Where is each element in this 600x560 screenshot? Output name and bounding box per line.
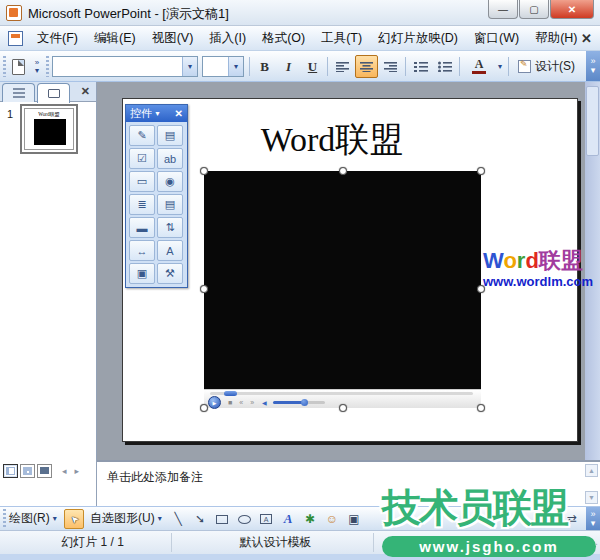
oval-tool-button[interactable] [234, 509, 254, 529]
font-color-button[interactable]: A [464, 55, 494, 78]
font-size-combo[interactable]: ▾ [202, 56, 244, 77]
bulleted-list-button[interactable] [433, 55, 456, 78]
toolbar-grip[interactable] [46, 56, 49, 77]
arrow-tool-button[interactable]: ➘ [190, 509, 210, 529]
chevron-down-icon[interactable]: ▼ [154, 110, 161, 117]
draw-menu-button[interactable]: 绘图(R) ▾ [9, 507, 57, 530]
panel-close-icon[interactable]: ✕ [81, 85, 90, 98]
selection-handle-top-center[interactable] [339, 167, 347, 175]
volume-slider[interactable] [273, 401, 325, 404]
font-color-dropdown[interactable]: ▾ [495, 55, 505, 78]
chevron-down-icon[interactable]: ▾ [228, 57, 243, 76]
toolbar-grip[interactable] [3, 56, 6, 77]
menu-tools[interactable]: 工具(T) [313, 26, 370, 50]
seek-bar[interactable] [210, 392, 473, 395]
toggle-button-control[interactable]: ▬ [129, 217, 155, 238]
menu-window[interactable]: 窗口(W) [466, 26, 527, 50]
align-left-button[interactable] [331, 55, 354, 78]
font-name-combo[interactable]: ▾ [52, 56, 198, 77]
insert-picture-button[interactable]: ▣ [344, 509, 364, 529]
spin-button-control[interactable]: ⇅ [157, 217, 183, 238]
volume-icon[interactable]: ◀ [262, 399, 267, 406]
toolbar-grip[interactable] [3, 509, 6, 528]
selection-handle-top-right[interactable] [477, 167, 485, 175]
label-control-button[interactable]: A [157, 240, 183, 261]
textbox-tool-button[interactable]: A [256, 509, 276, 529]
menu-file[interactable]: 文件(F) [29, 26, 86, 50]
image-control-button[interactable]: ▣ [129, 263, 155, 284]
menu-help[interactable]: 帮助(H) [527, 26, 585, 50]
toolbox-titlebar[interactable]: 控件 ▼ ✕ [126, 105, 187, 122]
selection-handle-bottom-left[interactable] [200, 404, 208, 412]
minimize-button[interactable]: — [488, 0, 518, 19]
close-button[interactable]: ✕ [550, 0, 594, 19]
normal-view-button[interactable] [3, 464, 18, 478]
design-mode-button[interactable]: ✎ [129, 125, 155, 146]
italic-button[interactable]: I [277, 55, 300, 78]
design-template-indicator[interactable]: 默认设计模板 [178, 533, 374, 552]
insert-wordart-button[interactable]: A [278, 509, 298, 529]
line-tool-button[interactable]: ╲ [168, 509, 188, 529]
slide-sorter-view-button[interactable] [20, 464, 35, 478]
bold-button[interactable]: B [253, 55, 276, 78]
selection-handle-bottom-center[interactable] [339, 404, 347, 412]
next-button[interactable]: » [250, 399, 254, 406]
combobox-control-button[interactable]: ▤ [157, 194, 183, 215]
formatting-toolbar-options[interactable]: » ▾ [586, 51, 600, 81]
autoshapes-menu-button[interactable]: 自选图形(U) ▾ [90, 507, 162, 530]
menu-edit[interactable]: 编辑(E) [86, 26, 144, 50]
align-right-button[interactable] [379, 55, 402, 78]
view-buttons: ◂ ▸ [3, 464, 87, 478]
previous-button[interactable]: « [239, 399, 243, 406]
menu-slideshow[interactable]: 幻灯片放映(D) [370, 26, 466, 50]
slide-thumbnail[interactable]: Word联盟 [20, 104, 78, 154]
play-button[interactable]: ▶ [208, 396, 221, 409]
option-button-control[interactable]: ◉ [157, 171, 183, 192]
scroll-left-icon[interactable]: ◂ [62, 466, 67, 476]
panel-scrollbar[interactable]: ◂ ▸ [62, 466, 87, 476]
scroll-up-icon[interactable]: ▲ [585, 464, 598, 477]
new-document-icon [12, 59, 25, 75]
menu-view[interactable]: 视图(V) [144, 26, 202, 50]
menu-insert[interactable]: 插入(I) [201, 26, 254, 50]
document-close-icon[interactable]: ✕ [581, 31, 592, 46]
listbox-control-button[interactable]: ≣ [129, 194, 155, 215]
design-button[interactable]: 设计(S) [512, 55, 581, 78]
jsgho-url-badge: www.jsgho.com [382, 536, 596, 557]
new-document-button[interactable] [7, 55, 30, 78]
numbered-list-button[interactable] [409, 55, 432, 78]
scrollbar-thumb[interactable] [586, 86, 599, 156]
slide-title[interactable]: Word联盟 [201, 117, 463, 163]
insert-diagram-button[interactable]: ✱ [300, 509, 320, 529]
properties-button[interactable]: ▤ [157, 125, 183, 146]
wordlm-watermark: Word联盟 www.wordlm.com [483, 250, 593, 288]
seek-thumb[interactable] [224, 391, 237, 396]
scroll-right-icon[interactable]: ▸ [75, 466, 80, 476]
selection-handle-bottom-right[interactable] [477, 404, 485, 412]
scrollbar-control-button[interactable]: ↔ [129, 240, 155, 261]
selection-handle-mid-left[interactable] [200, 285, 208, 293]
insert-clipart-button[interactable]: ☺ [322, 509, 342, 529]
maximize-button[interactable]: ▢ [519, 0, 549, 19]
notes-placeholder[interactable]: 单击此处添加备注 [107, 469, 203, 486]
volume-thumb[interactable] [301, 399, 308, 406]
toolbox-close-icon[interactable]: ✕ [175, 108, 183, 119]
tab-outline[interactable] [2, 83, 35, 102]
slideshow-view-button[interactable] [37, 464, 52, 478]
stop-button[interactable]: ■ [228, 399, 232, 406]
more-controls-button[interactable]: ⚒ [157, 263, 183, 284]
command-button-control[interactable]: ▭ [129, 171, 155, 192]
underline-button[interactable]: U [301, 55, 324, 78]
selection-handle-top-left[interactable] [200, 167, 208, 175]
chevron-down-icon[interactable]: ▾ [182, 57, 197, 76]
align-center-button[interactable] [355, 55, 378, 78]
checkbox-control-button[interactable]: ☑ [129, 148, 155, 169]
select-objects-button[interactable]: ➤ [64, 509, 84, 529]
menu-format[interactable]: 格式(O) [254, 26, 313, 50]
rectangle-tool-button[interactable] [212, 509, 232, 529]
textbox-control-button[interactable]: ab [157, 148, 183, 169]
standard-toolbar-options[interactable]: » ▾ [31, 55, 43, 78]
slides-icon [48, 89, 60, 98]
tab-slides[interactable] [37, 83, 70, 103]
video-object[interactable]: ▶ ■ « » ◀ [204, 171, 481, 408]
